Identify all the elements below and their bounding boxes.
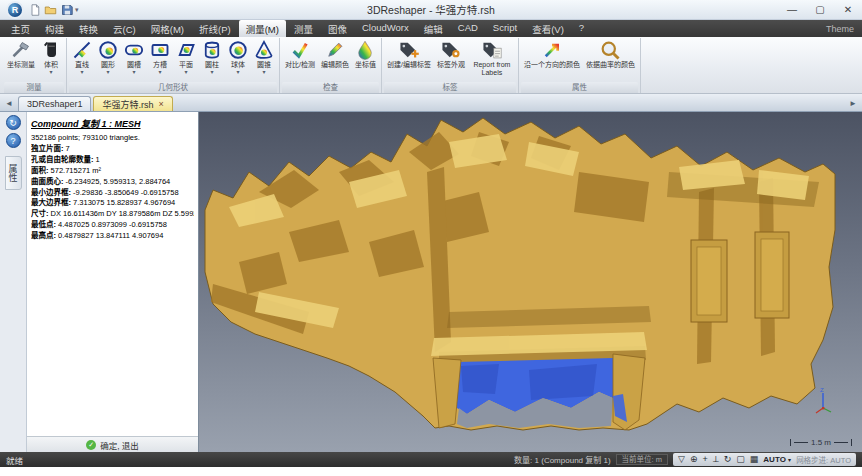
filter-funnel-icon[interactable]: ▽ [678,454,685,465]
ribbon-button-compare[interactable]: 对比/检测 [282,38,318,69]
ribbon-button-label: 直线 [75,61,89,69]
minimize-button[interactable]: — [778,1,806,19]
menu-tab-4[interactable]: 网格(M) [144,20,191,37]
properties-vertical-tab[interactable]: 属性 [5,156,22,190]
ribbon-button-color-direction[interactable]: 沿一个方向的颜色 [521,38,583,69]
property-label: 独立片面: [31,144,64,153]
ribbon-button-label: 方槽 [153,61,167,69]
theme-selector[interactable]: Theme [826,24,858,34]
ribbon-button-volume[interactable]: 体积▾ [38,38,64,75]
ribbon-button-shape-sphere[interactable]: 球体▾ [225,38,251,75]
dropdown-caret-icon: ▾ [158,69,161,75]
axis-triad: Z [810,386,836,416]
status-tools: ▽⊕+⟂↻▢▦ [678,454,758,465]
tab-close-icon[interactable]: × [158,100,163,109]
mesh-property-line: 独立片面: 7 [31,144,194,155]
shape-line-icon [72,39,92,61]
app-logo-icon[interactable]: R [6,1,24,19]
dropdown-caret-icon: ▾ [49,69,52,75]
maximize-button[interactable]: ▢ [806,1,834,19]
menu-tab-14[interactable]: ? [572,20,591,37]
open-folder-icon[interactable] [44,3,57,16]
close-button[interactable]: ✕ [834,1,862,19]
menu-tab-10[interactable]: 编辑 [417,20,450,37]
dropdown-caret-icon: ▾ [210,69,213,75]
menu-tab-1[interactable]: 构建 [38,20,71,37]
menu-tab-7[interactable]: 测量 [287,20,320,37]
ribbon-button-shape-round-slot[interactable]: 圆槽▾ [121,38,147,75]
document-tabs: 3DReshaper1华强方特.rsh× [18,96,173,111]
ribbon-button-extract-value[interactable]: 坐标值 [352,38,379,69]
tab-scroll-right-icon[interactable]: ► [846,99,860,111]
menu-tab-2[interactable]: 转换 [72,20,105,37]
rotate-icon[interactable]: ↻ [724,454,732,465]
auto-caret-icon: ▾ [788,457,791,463]
ribbon-button-label: 球体 [231,61,245,69]
ribbon-button-label: Report from Labels [471,61,513,77]
zoom-icon[interactable]: ⊕ [690,454,698,465]
menu-tab-8[interactable]: 图像 [321,20,354,37]
menu-tab-12[interactable]: Script [486,20,524,37]
selection-box-icon[interactable]: ▢ [736,454,745,465]
ribbon-button-tag-appearance[interactable]: 标签外观 [434,38,468,69]
screenshot-margin [0,467,862,476]
ribbon-button-shape-line[interactable]: 直线▾ [69,38,95,75]
ribbon-group-label: 标签 [384,82,516,93]
status-tool-tray: ▽⊕+⟂↻▢▦ AUTO ▾ 网格步进: AUTO [673,453,856,466]
ribbon-button-shape-circle[interactable]: 圆形▾ [95,38,121,75]
pan-icon[interactable]: + [702,454,707,465]
property-value: -6.234925, 5.959313, 2.884764 [66,177,171,186]
document-tab-0[interactable]: 3DReshaper1 [18,96,92,111]
app-window: R ▾ 3DReshaper - 华强方特.rsh — ▢ ✕ 主页构建转换云(… [0,0,862,467]
ribbon-button-shape-cone[interactable]: 圆锥▾ [251,38,277,75]
color-curvature-icon [599,39,621,61]
property-label: 孔或自由轮廓数量: [31,155,94,164]
property-label: 面积: [31,166,49,175]
new-document-icon[interactable] [28,3,41,16]
ribbon-button-edit-color[interactable]: 编辑颜色 [318,38,352,69]
3d-viewport[interactable]: Z 1.5 m [199,112,862,452]
help-icon[interactable]: ? [6,133,21,148]
property-value: 7.313075 15.828937 4.967694 [73,198,175,207]
ribbon-button-label: 对比/检测 [285,61,315,69]
ribbon-button-label: 坐标值 [355,61,376,69]
ribbon-button-shape-cylinder[interactable]: 圆柱▾ [199,38,225,75]
shape-cylinder-icon [202,39,222,61]
status-unit[interactable]: 当前单位: m [616,454,668,465]
property-label: 尺寸: [31,209,49,218]
ribbon-button-shape-plane[interactable]: 平面▾ [173,38,199,75]
color-direction-icon [542,39,562,61]
document-tab-label: 华强方特.rsh [102,98,153,111]
shape-cone-icon [254,39,274,61]
extract-value-icon [355,39,375,61]
dropdown-caret-icon: ▾ [236,69,239,75]
menu-tab-6[interactable]: 测量(M) [239,20,286,37]
document-tab-1[interactable]: 华强方特.rsh× [93,96,172,111]
menu-tab-11[interactable]: CAD [451,20,485,37]
status-selection: 数量: 1 (Compound 复制 1) [514,454,610,465]
menu-tab-0[interactable]: 主页 [4,20,37,37]
menu-tab-13[interactable]: 查看(V) [525,20,571,37]
ribbon-button-label: 圆槽 [127,61,141,69]
shape-square-slot-icon [150,39,170,61]
menu-tab-5[interactable]: 折线(P) [192,20,238,37]
confirm-exit-button[interactable]: ✓ 确定, 退出 [27,436,198,452]
ribbon-button-tag-create[interactable]: 创建/编辑标签 [384,38,434,69]
axis-icon[interactable]: ⟂ [713,454,719,465]
snap-auto-dropdown[interactable]: AUTO ▾ [763,455,791,464]
menu-tab-3[interactable]: 云(C) [106,20,143,37]
tag-create-icon [398,39,420,61]
ribbon-button-tag-report[interactable]: Report from Labels [468,38,516,77]
axis-z-label: Z [820,387,824,393]
menu-tab-9[interactable]: CloudWorx [355,20,416,37]
ribbon-button-label: 坐标测量 [7,61,35,69]
grid-icon[interactable]: ▦ [750,454,759,465]
ribbon-button-measure[interactable]: 坐标测量 [4,38,38,69]
property-value: -9.29836 -3.850649 -0.6915758 [73,188,179,197]
ribbon-button-color-curvature[interactable]: 依据曲率的颜色 [583,38,638,69]
view-tools-icon[interactable]: ↻ [6,115,21,130]
tab-scroll-left-icon[interactable]: ◄ [2,99,16,111]
save-icon[interactable] [60,3,73,16]
ribbon-button-label: 创建/编辑标签 [387,61,431,69]
ribbon-button-shape-square-slot[interactable]: 方槽▾ [147,38,173,75]
